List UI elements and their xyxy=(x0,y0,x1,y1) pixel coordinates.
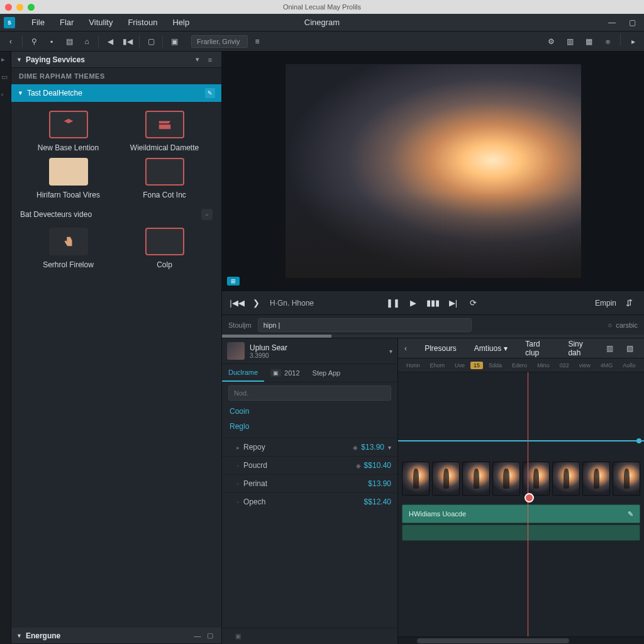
panel-dropdown-icon[interactable]: ▾ xyxy=(191,55,204,64)
step-forward-icon[interactable]: ❯ xyxy=(247,294,265,312)
frame-icon[interactable]: ▮▮▮ xyxy=(425,294,442,312)
menu-file[interactable]: File xyxy=(24,18,52,27)
doc-icon[interactable]: ▢ xyxy=(143,34,159,49)
link-icon[interactable]: ⚲ xyxy=(26,34,42,49)
search-icon[interactable]: ○ xyxy=(608,321,613,329)
audio-track-2[interactable] xyxy=(402,525,640,541)
prop-row[interactable]: ▫ Poucrd ◆ $$10.40 xyxy=(222,456,397,474)
link-cooin[interactable]: Cooin xyxy=(222,404,397,419)
minimize-window-icon[interactable] xyxy=(16,4,23,11)
app-badge-icon[interactable]: s xyxy=(4,17,15,28)
timeline-settings-icon[interactable]: ▧ xyxy=(621,341,638,356)
link-reglo[interactable]: Reglo xyxy=(222,419,397,434)
row-label: Repoy xyxy=(243,443,346,452)
sound-icon[interactable]: ◀ xyxy=(102,34,118,49)
edit-icon[interactable]: ✎ xyxy=(205,88,215,98)
timeline-body[interactable]: HWidiams Uoacde ✎ xyxy=(398,372,644,636)
clip-thumb[interactable] xyxy=(582,462,610,496)
energune-header[interactable]: ▼ Energune — ▢ xyxy=(11,628,221,644)
goto-start-icon[interactable]: |◀◀ xyxy=(228,294,246,312)
timeline-tab[interactable]: Plresours xyxy=(416,344,465,353)
chevron-down-icon[interactable]: ▾ xyxy=(389,348,392,355)
search-input[interactable] xyxy=(258,318,472,332)
info-icon[interactable]: ▫ xyxy=(201,209,213,220)
close-window-icon[interactable] xyxy=(5,4,12,11)
prop-row[interactable]: ▫ Perinat $13.90 xyxy=(222,474,397,492)
keyframe-icon[interactable]: ◆ xyxy=(353,462,364,469)
asset-card[interactable]: Colp xyxy=(119,228,210,270)
playhead[interactable] xyxy=(528,372,528,636)
timeline-scrollbar[interactable] xyxy=(398,636,644,644)
bottom-row-icon[interactable]: ▣ xyxy=(222,628,397,644)
timeline-tab[interactable]: Amtiuos ▾ xyxy=(465,344,516,353)
tab-step-app[interactable]: Step App xyxy=(306,364,347,382)
accordion-header[interactable]: ▼ Tast DealHetche ✎ xyxy=(11,84,221,102)
rail-icon-2[interactable]: ▭ xyxy=(1,73,10,82)
timeline-tab[interactable]: Tard clup xyxy=(516,340,559,357)
back-icon[interactable]: ‹ xyxy=(3,34,19,49)
dropdown-icon[interactable]: ≡ xyxy=(249,34,265,49)
audio-track[interactable]: HWidiams Uoacde ✎ xyxy=(402,504,640,523)
asset-card[interactable]: Fona Cot Inc xyxy=(119,158,210,200)
prop-input[interactable] xyxy=(228,386,391,401)
asset-card[interactable]: Wieildmical Damette xyxy=(119,111,210,153)
keyframe-icon[interactable]: ◆ xyxy=(350,444,361,451)
clip-thumb[interactable] xyxy=(613,462,640,496)
maximize-window-icon[interactable] xyxy=(28,4,35,11)
panel-icon[interactable]: ▥ xyxy=(562,34,578,49)
timeline-tab[interactable]: Siny dah xyxy=(559,340,601,357)
minimize-icon[interactable]: — xyxy=(191,632,204,640)
clip-header[interactable]: Uplun Sear 3.3990 ▾ xyxy=(222,338,397,364)
clip-thumb[interactable] xyxy=(492,462,520,496)
menu-help[interactable]: Help xyxy=(165,18,197,27)
tab-duclrame[interactable]: Duclrame xyxy=(222,364,264,382)
clip-thumb[interactable] xyxy=(432,462,460,496)
preview-viewport[interactable]: ⊞ xyxy=(222,52,644,291)
toolbar-field[interactable]: Frarlier, Griviy xyxy=(191,35,248,48)
minimize-icon[interactable]: — xyxy=(604,15,620,30)
timeline-ruler[interactable]: Honn Ehom Uve 15 Sdda Edero Mino 022 vie… xyxy=(398,358,644,372)
next-icon[interactable]: ▶| xyxy=(445,294,462,312)
prop-row[interactable]: ▸ Repoy ◆ $13.90 ▾ xyxy=(222,438,397,456)
timeline-layout-icon[interactable]: ▥ xyxy=(601,341,618,356)
chevron-down-icon[interactable]: ▾ xyxy=(388,444,391,451)
skip-icon[interactable]: ▮◀ xyxy=(119,34,136,49)
clip-thumb[interactable] xyxy=(402,462,430,496)
menu-flar[interactable]: Flar xyxy=(52,18,81,27)
asset-card[interactable]: New Base Lention xyxy=(23,111,114,153)
prop-row[interactable]: ▫ Opech $$12.40 xyxy=(222,492,397,511)
gear-icon[interactable]: ⚙ xyxy=(543,34,559,49)
panel-header[interactable]: ▼ Paying Sevvices ▾ ≡ xyxy=(11,52,221,68)
grid-icon[interactable]: ▦ xyxy=(580,34,597,49)
cal-icon[interactable]: ▣ xyxy=(166,34,182,49)
asset-card[interactable]: Serhrol Firelow xyxy=(23,228,114,270)
play-icon[interactable]: ▶ xyxy=(404,294,422,312)
clip-thumb[interactable] xyxy=(523,462,550,496)
sub-row[interactable]: Bat Devecteurs video ▫ xyxy=(11,205,221,224)
more-icon[interactable]: ▸ xyxy=(625,34,641,49)
panel-menu-icon[interactable]: ≡ xyxy=(204,56,216,64)
rail-icon-3[interactable]: ▫ xyxy=(1,91,10,99)
pause-icon[interactable]: ❚❚ xyxy=(384,294,402,312)
loop-icon[interactable]: ⟳ xyxy=(465,294,482,312)
marker-dot-icon[interactable] xyxy=(636,438,641,443)
clip-thumb[interactable] xyxy=(552,462,580,496)
user-icon[interactable]: ⍟ xyxy=(599,34,616,49)
tab-2012[interactable]: ▣2012 xyxy=(264,364,306,382)
menu-fristoun[interactable]: Fristoun xyxy=(120,18,165,27)
menu-vitulity[interactable]: Vitulity xyxy=(81,18,120,27)
pencil-icon[interactable]: ✎ xyxy=(628,510,633,518)
home-icon[interactable]: ⌂ xyxy=(79,34,95,49)
save-icon[interactable]: ▪ xyxy=(43,34,60,49)
scrollbar-thumb[interactable] xyxy=(417,638,569,643)
timeline-back-icon[interactable]: ‹ xyxy=(404,344,416,353)
ruler-tick: Mino xyxy=(533,362,554,369)
restore-icon[interactable]: ▢ xyxy=(624,15,640,30)
asset-card[interactable]: Hirifarn Tooal Vires xyxy=(23,158,114,200)
video-track[interactable] xyxy=(402,462,640,496)
clip-thumb[interactable] xyxy=(462,462,490,496)
clapper-icon[interactable]: ▤ xyxy=(61,34,77,49)
panel-box-icon[interactable]: ▢ xyxy=(204,631,216,640)
expand-icon[interactable]: ⇵ xyxy=(620,294,638,312)
rail-icon-1[interactable]: ▸ xyxy=(1,55,10,64)
